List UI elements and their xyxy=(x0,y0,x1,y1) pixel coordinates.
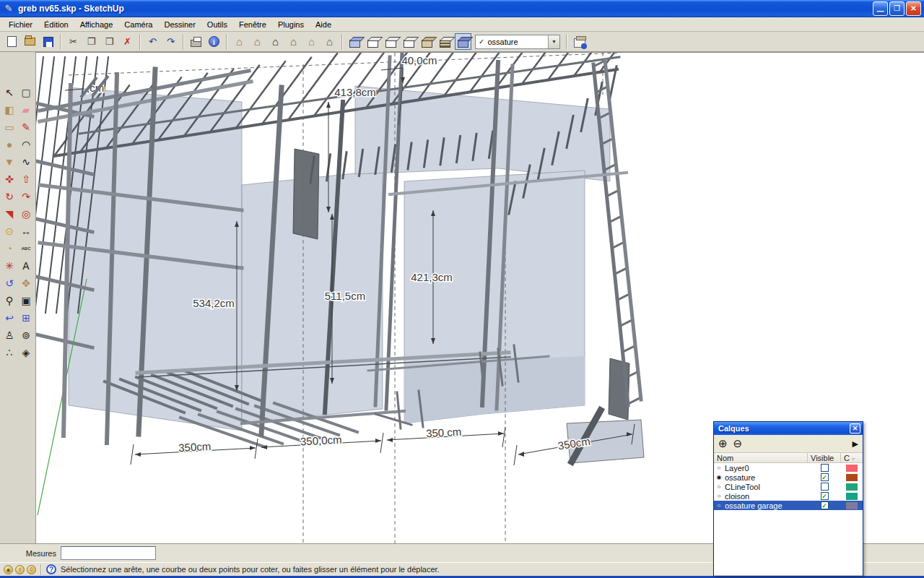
style-hiddenline-button[interactable] xyxy=(383,33,399,50)
layer-row-clinetool[interactable]: ○ CLineTool xyxy=(714,482,863,491)
status-coin-icon[interactable]: © xyxy=(27,565,36,574)
dimension-tool[interactable]: ↔ xyxy=(18,223,35,240)
print-button[interactable] xyxy=(188,33,204,50)
arc-tool[interactable]: ◠ xyxy=(18,136,35,153)
layer-radio[interactable]: ○ xyxy=(714,502,724,509)
view-front-button[interactable]: ⌂ xyxy=(267,33,284,50)
look-around-tool[interactable]: ⊚ xyxy=(18,327,35,344)
style-wireframe-button[interactable] xyxy=(365,33,381,50)
layer-color-swatch[interactable] xyxy=(846,502,858,509)
view-back-button[interactable]: ⌂ xyxy=(303,33,320,50)
line-tool[interactable]: ✎ xyxy=(18,118,35,136)
close-button[interactable]: ✕ xyxy=(906,1,921,16)
eraser-tool[interactable]: ▰ xyxy=(18,101,35,118)
visible-checkbox[interactable] xyxy=(821,464,829,472)
layer-row-ossature[interactable]: ◉ ossature ✓ xyxy=(714,473,863,482)
rectangle-tool[interactable]: ▭ xyxy=(1,118,18,136)
pan-tool[interactable]: ✥ xyxy=(18,275,35,292)
text-tool[interactable]: ABC xyxy=(18,240,35,257)
restore-button[interactable]: ❐ xyxy=(889,1,905,16)
undo-button[interactable]: ↶ xyxy=(144,33,161,50)
minimize-button[interactable]: — xyxy=(873,1,888,16)
layers-dialog-close-button[interactable]: ✕ xyxy=(850,423,860,434)
details-arrow-button[interactable]: ▶ xyxy=(853,439,858,449)
column-header-visible[interactable]: Visible xyxy=(808,453,841,462)
layer-radio[interactable]: ◉ xyxy=(714,474,724,480)
walk-tool[interactable]: ∴ xyxy=(1,344,18,361)
remove-layer-button[interactable]: ⊖ xyxy=(733,437,743,450)
tape-measure-tool[interactable]: ⊙ xyxy=(1,223,18,240)
component-tool[interactable]: ▢ xyxy=(18,84,35,101)
paint-tool[interactable]: ◧ xyxy=(1,101,18,118)
move-tool[interactable]: ✜ xyxy=(1,171,18,188)
zoom-previous-tool[interactable]: ↩ xyxy=(1,309,18,327)
layer-radio[interactable]: ○ xyxy=(714,465,724,471)
paste-button[interactable]: ❒ xyxy=(101,33,118,50)
layer-color-swatch[interactable] xyxy=(846,474,858,481)
pushpull-tool[interactable]: ⇧ xyxy=(18,171,35,188)
measurements-input[interactable] xyxy=(61,546,156,560)
layers-dialog-titlebar[interactable]: Calques ✕ xyxy=(714,422,863,435)
style-textured-button[interactable] xyxy=(437,33,453,50)
view-left-button[interactable]: ⌂ xyxy=(321,33,338,50)
orbit-tool[interactable]: ↺ xyxy=(1,275,18,292)
rotate-tool[interactable]: ↻ xyxy=(1,188,18,205)
offset-tool[interactable]: ◎ xyxy=(18,205,35,223)
layer-manager-button[interactable] xyxy=(571,33,588,50)
layer-combobox[interactable]: ✓ ossature ▼ xyxy=(475,35,560,49)
protractor-tool[interactable]: ◔ xyxy=(1,240,18,257)
column-header-color[interactable]: C ▿ xyxy=(841,453,863,462)
menu-plugins[interactable]: Plugins xyxy=(272,19,310,30)
axes-tool[interactable]: ✳ xyxy=(1,257,18,275)
zoom-extents-tool[interactable]: ⊞ xyxy=(18,309,35,327)
status-coin-icon[interactable]: ⇧ xyxy=(15,565,25,574)
view-top-button[interactable]: ⌂ xyxy=(249,33,266,50)
layer-row-cloison[interactable]: ○ cloison ✓ xyxy=(714,491,863,501)
view-right-button[interactable]: ⌂ xyxy=(285,33,302,50)
layer-radio[interactable]: ○ xyxy=(714,493,724,499)
view-iso-button[interactable]: ⌂ xyxy=(231,33,248,50)
zoom-window-tool[interactable]: ▣ xyxy=(18,292,35,309)
status-coin-icon[interactable]: ◉ xyxy=(4,565,13,574)
open-button[interactable] xyxy=(22,33,38,50)
new-button[interactable] xyxy=(4,33,20,50)
text3d-tool[interactable]: A xyxy=(18,257,35,275)
freehand-tool[interactable]: ∿ xyxy=(18,153,35,171)
combo-dropdown-button[interactable]: ▼ xyxy=(548,35,559,48)
column-header-nom[interactable]: Nom xyxy=(714,453,808,462)
save-button[interactable] xyxy=(40,33,56,50)
style-shaded-button[interactable] xyxy=(401,33,417,50)
visible-checkbox[interactable]: ✓ xyxy=(821,473,829,481)
position-camera-tool[interactable]: ♙ xyxy=(1,327,18,344)
layer-color-swatch[interactable] xyxy=(846,483,858,491)
cut-button[interactable]: ✂ xyxy=(65,33,82,50)
layer-radio[interactable]: ○ xyxy=(714,483,724,490)
scale-tool[interactable]: ◥ xyxy=(1,205,18,223)
visible-checkbox[interactable]: ✓ xyxy=(821,492,829,500)
menu-aide[interactable]: Aide xyxy=(310,19,337,30)
visible-checkbox[interactable] xyxy=(821,483,829,491)
layer-color-swatch[interactable] xyxy=(846,465,858,472)
menu-outils[interactable]: Outils xyxy=(201,19,233,30)
menu-affichage[interactable]: Affichage xyxy=(74,19,119,30)
menu-fichier[interactable]: Fichier xyxy=(3,19,38,30)
style-xray-button[interactable] xyxy=(346,33,363,50)
layer-row-ossature-garage[interactable]: ○ ossature garage ✓ xyxy=(714,501,863,510)
copy-button[interactable]: ❐ xyxy=(83,33,100,50)
layer-color-swatch[interactable] xyxy=(846,493,858,500)
menu-fenetre[interactable]: Fenêtre xyxy=(233,19,272,30)
polygon-tool[interactable]: ▼ xyxy=(1,153,18,171)
style-monochrome-button[interactable] xyxy=(455,33,471,50)
layer-row-layer0[interactable]: ○ Layer0 xyxy=(714,463,863,473)
followme-tool[interactable]: ↷ xyxy=(18,188,35,205)
zoom-tool[interactable]: ⚲ xyxy=(1,292,18,309)
menu-camera[interactable]: Caméra xyxy=(118,19,158,30)
visible-checkbox[interactable]: ✓ xyxy=(821,501,829,509)
section-plane-tool[interactable]: ◈ xyxy=(18,344,35,361)
model-info-button[interactable]: i xyxy=(206,33,222,50)
style-shaded2-button[interactable] xyxy=(419,33,435,50)
select-tool[interactable]: ↖ xyxy=(1,84,18,101)
add-layer-button[interactable]: ⊕ xyxy=(718,437,728,450)
menu-dessiner[interactable]: Dessiner xyxy=(158,19,201,30)
menu-edition[interactable]: Édition xyxy=(38,19,74,30)
